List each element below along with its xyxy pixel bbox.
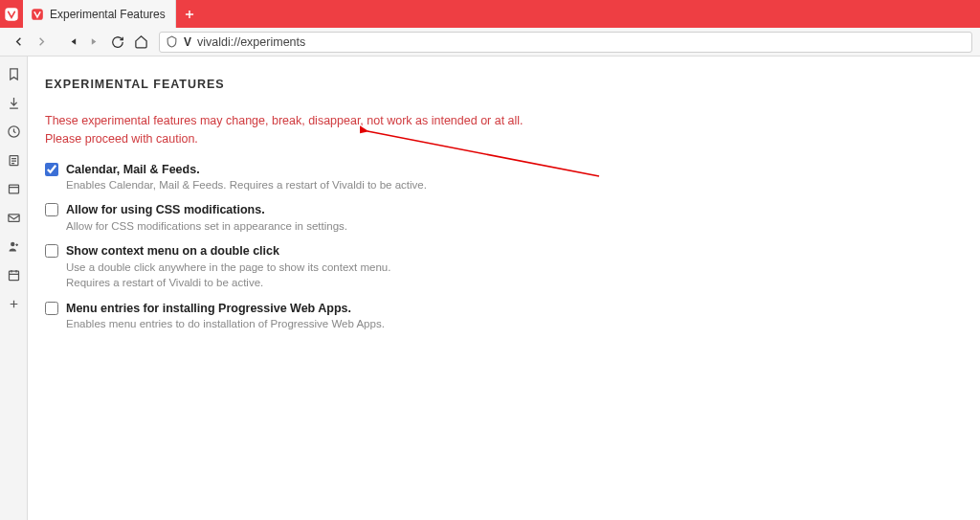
tab-title: Experimental Features [50,8,166,21]
plus-icon [183,8,196,21]
feature-title: Show context menu on a double click [66,243,390,260]
side-panel [0,57,28,520]
notes-icon [7,153,21,168]
feature-context-menu-dblclick[interactable]: Show context menu on a double click Use … [45,243,972,290]
tab-experimental-features[interactable]: Experimental Features [23,0,176,28]
chevron-left-icon [11,34,26,49]
contacts-icon [7,239,21,254]
fast-forward-icon [90,36,100,47]
new-tab-button[interactable] [176,0,203,28]
feature-desc: Enables Calendar, Mail & Feeds. Requires… [66,177,427,192]
vivaldi-v-icon: V [184,35,191,49]
page-content: EXPERIMENTAL FEATURES These experimental… [28,57,980,520]
feature-checkbox[interactable] [45,163,58,176]
svg-point-6 [11,241,14,245]
panel-calendar[interactable] [2,263,25,286]
svg-rect-5 [8,214,18,221]
fast-forward-button[interactable] [84,32,105,53]
page-title: EXPERIMENTAL FEATURES [45,78,972,91]
feature-css-modifications[interactable]: Allow for using CSS modifications. Allow… [45,202,972,234]
panel-mail[interactable] [2,206,25,229]
panel-downloads[interactable] [2,91,25,114]
home-icon [134,34,148,49]
feature-checkbox[interactable] [45,302,58,315]
tab-strip: Experimental Features [0,0,980,28]
feature-desc: Enables menu entries to do installation … [66,316,385,331]
warning-line1: These experimental features may change, … [45,114,523,127]
svg-rect-4 [9,185,18,193]
vivaldi-logo-icon [4,7,19,22]
back-button[interactable] [8,32,29,53]
toolbar: V [0,28,980,57]
feature-desc: Use a double click anywhere in the page … [66,260,390,290]
rewind-button[interactable] [61,32,82,53]
panel-contacts[interactable] [2,235,25,258]
feature-desc: Allow for CSS modifications set in appea… [66,218,347,234]
feature-calendar-mail-feeds[interactable]: Calendar, Mail & Feeds. Enables Calendar… [45,162,972,193]
chevron-right-icon [34,34,49,49]
feature-checkbox[interactable] [45,203,58,216]
calendar-icon [7,268,21,283]
panel-bookmarks[interactable] [2,62,25,85]
panel-add[interactable] [2,292,25,315]
home-button[interactable] [130,32,151,53]
panel-window[interactable] [2,177,25,200]
feature-title: Menu entries for installing Progressive … [66,301,385,317]
warning-text: These experimental features may change, … [45,112,972,148]
plus-icon [8,298,20,310]
feature-title: Allow for using CSS modifications. [66,202,347,218]
svg-rect-7 [9,271,18,280]
body-area: EXPERIMENTAL FEATURES These experimental… [0,57,980,520]
feature-checkbox[interactable] [45,244,58,258]
url-input[interactable] [197,35,966,49]
feature-title: Calendar, Mail & Feeds. [66,162,427,178]
window-icon [7,182,21,196]
reload-icon [111,35,124,49]
panel-history[interactable] [2,120,25,143]
download-icon [7,96,21,110]
history-icon [7,124,21,139]
bookmark-icon [7,67,21,81]
features-list: Calendar, Mail & Feeds. Enables Calendar… [45,162,972,332]
vivaldi-menu-button[interactable] [0,0,23,28]
forward-button[interactable] [31,32,52,53]
warning-line2: Please proceed with caution. [45,132,198,146]
address-bar[interactable]: V [159,32,972,53]
rewind-icon [67,36,78,47]
panel-notes[interactable] [2,148,25,171]
feature-pwa-menu-entries[interactable]: Menu entries for installing Progressive … [45,301,972,332]
shield-icon [166,35,178,48]
mail-icon [7,211,21,225]
tab-favicon-icon [31,8,44,21]
reload-button[interactable] [107,32,128,53]
